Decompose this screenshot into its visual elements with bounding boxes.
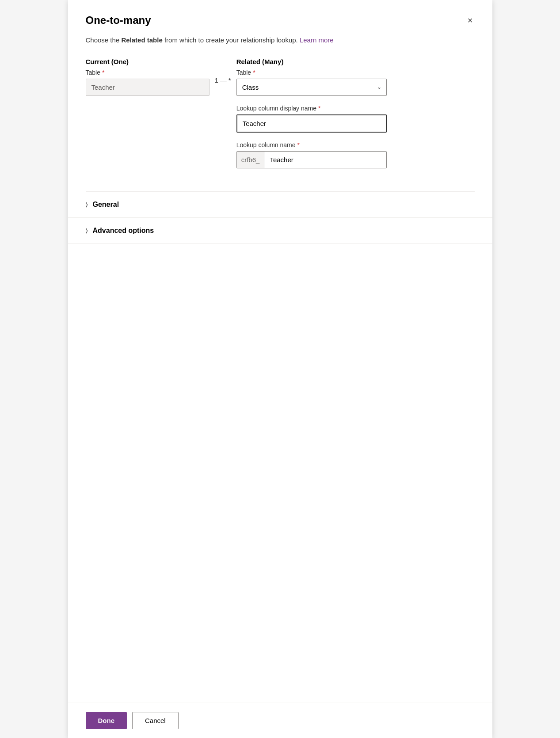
connector-left: 1 xyxy=(215,76,218,84)
lookup-name-label: Lookup column name * xyxy=(236,141,475,148)
lookup-display-required: * xyxy=(318,105,320,112)
related-table-select[interactable]: Class xyxy=(236,79,387,96)
dialog-title: One-to-many xyxy=(86,14,151,27)
connector-right: * xyxy=(229,76,231,84)
current-table-group: Table * Teacher xyxy=(86,69,210,96)
advanced-header[interactable]: 〉 Advanced options xyxy=(86,227,475,235)
dialog-header: One-to-many × xyxy=(68,0,492,35)
general-header[interactable]: 〉 General xyxy=(86,201,475,209)
connector: 1 — * xyxy=(210,58,236,84)
description-bold: Related table xyxy=(121,36,162,44)
related-table-select-wrapper: Class ⌄ xyxy=(236,79,387,96)
chevron-right-icon-2: 〉 xyxy=(86,228,88,234)
lookup-name-required: * xyxy=(297,141,300,148)
general-section: 〉 General xyxy=(68,192,492,218)
lookup-display-input[interactable] xyxy=(236,114,387,133)
related-table-required: * xyxy=(253,69,255,76)
cancel-button[interactable]: Cancel xyxy=(132,712,179,729)
dialog: One-to-many × Choose the Related table f… xyxy=(68,0,492,738)
columns-container: Current (One) Table * Teacher 1 — * xyxy=(86,58,475,177)
lookup-name-wrapper: crfb6_ Teacher xyxy=(236,151,387,168)
lookup-name-group: Lookup column name * crfb6_ Teacher xyxy=(236,141,475,168)
chevron-right-icon: 〉 xyxy=(86,202,88,208)
lookup-display-label: Lookup column display name * xyxy=(236,105,475,112)
dialog-footer: Done Cancel xyxy=(68,703,492,738)
current-table-label: Table * xyxy=(86,69,210,76)
general-label: General xyxy=(93,201,119,209)
lookup-prefix: crfb6_ xyxy=(237,152,265,168)
close-button[interactable]: × xyxy=(466,14,475,27)
column-related: Related (Many) Table * Class ⌄ xyxy=(236,58,475,177)
related-table-label: Table * xyxy=(236,69,475,76)
current-table-value: Teacher xyxy=(86,79,210,96)
related-heading: Related (Many) xyxy=(236,58,475,65)
connector-dash: — xyxy=(220,76,227,84)
current-table-required: * xyxy=(102,69,104,76)
lookup-display-group: Lookup column display name * xyxy=(236,105,475,133)
column-current: Current (One) Table * Teacher xyxy=(86,58,210,105)
done-button[interactable]: Done xyxy=(86,712,127,729)
dialog-description: Choose the Related table from which to c… xyxy=(68,35,492,58)
related-table-group: Table * Class ⌄ xyxy=(236,69,475,96)
description-text-after: from which to create your relationship l… xyxy=(164,36,298,44)
advanced-label: Advanced options xyxy=(93,227,154,235)
description-text-before: Choose the xyxy=(86,36,122,44)
form-section: Current (One) Table * Teacher 1 — * xyxy=(68,58,492,191)
learn-more-link[interactable]: Learn more xyxy=(300,36,334,44)
lookup-suffix: Teacher xyxy=(264,152,386,168)
advanced-section: 〉 Advanced options xyxy=(68,218,492,244)
current-heading: Current (One) xyxy=(86,58,210,65)
